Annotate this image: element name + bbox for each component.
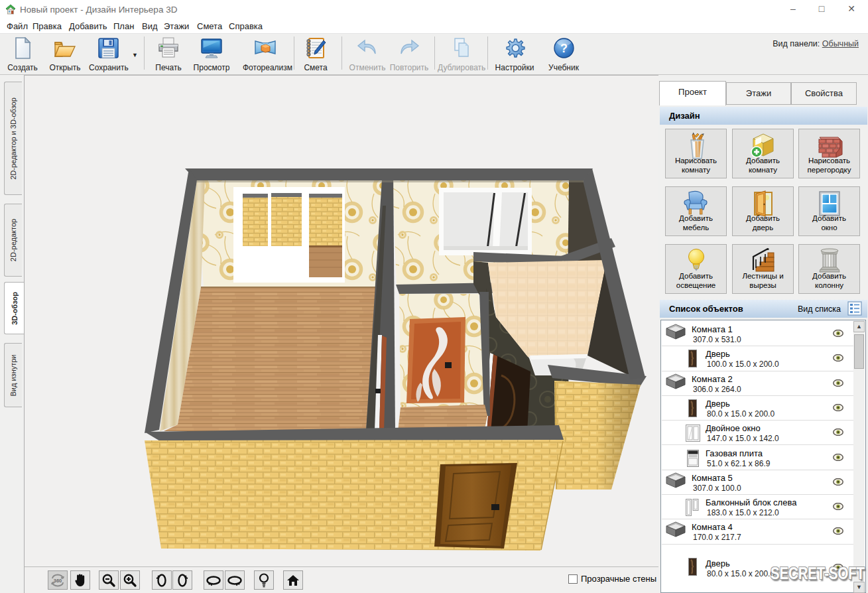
svg-text:360: 360 [54, 578, 62, 584]
svg-text:?: ? [560, 42, 568, 55]
